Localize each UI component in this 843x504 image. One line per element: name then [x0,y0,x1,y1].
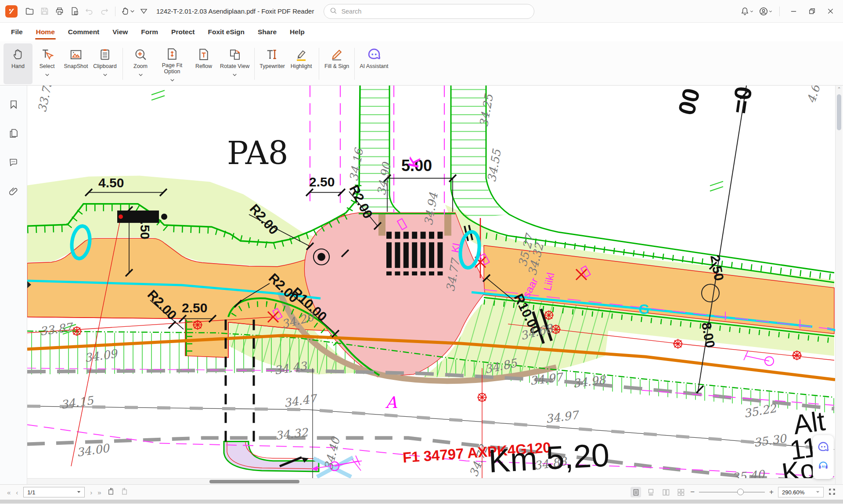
close-button[interactable] [823,5,838,18]
caret-down-icon [139,70,143,78]
drawing-label: PA8 [227,135,288,172]
page-indicator-select[interactable]: 1/1 [23,487,85,497]
ribbon-ai-assistant[interactable]: AI Assistant [358,43,390,84]
menu-share[interactable]: Share [251,23,283,41]
ribbon-typewriter[interactable]: Typewriter [258,43,287,84]
hand-mode-button[interactable] [120,5,135,18]
sidebar-bookmarks-button[interactable] [7,99,20,112]
sidebar-pages-button[interactable] [7,128,20,141]
ribbon-separator [354,48,355,80]
drawing-label: Km 5,20 [488,436,611,478]
caret-down-icon [750,10,753,13]
caret-down-icon [233,70,237,78]
previous-page-button[interactable]: ‹ [16,489,18,496]
ribbon-page-fit-option[interactable]: Page Fit Option [155,43,189,84]
search-input[interactable]: Search [324,4,534,19]
zoom-level-value: 290.60% [782,489,804,496]
notifications-button[interactable] [739,5,754,18]
scroll-up-arrow[interactable]: ⌃ [836,86,843,92]
ribbon-separator [122,48,123,80]
highlight-icon [295,46,308,62]
menu-form[interactable]: Form [134,23,165,41]
continuous-view-button[interactable] [645,487,656,497]
drawing-label: 4.50 [138,214,152,239]
undo-button[interactable] [83,5,96,18]
next-page-button[interactable]: › [90,489,92,496]
restore-button[interactable] [804,5,819,18]
print-button[interactable] [53,5,66,18]
comment-icon [8,157,19,169]
rotate-right-button[interactable] [120,487,129,497]
first-page-button[interactable]: « [7,489,11,496]
menu-protect[interactable]: Protect [165,23,201,41]
panel-expander-arrow[interactable] [27,281,31,288]
ai-chat-icon[interactable] [818,441,829,454]
account-button[interactable] [758,5,773,18]
caret-down-icon [170,75,174,83]
open-file-button[interactable] [23,5,36,18]
fill-sign-icon [330,46,343,62]
pages-icon [8,128,19,140]
collapse-toolbar-button[interactable] [137,5,150,18]
menu-foxit-esign[interactable]: Foxit eSign [201,23,251,41]
document-title: 1242-T-2.01-2.03 Asendiplaan.pdf - Foxit… [156,7,314,15]
save-file-button[interactable] [38,5,51,18]
ribbon-hand[interactable]: Hand [4,43,32,84]
foxit-logo-icon [5,5,18,18]
rotate-left-button[interactable] [107,487,115,497]
zoom-slider-knob[interactable] [737,489,744,495]
navigation-sidebar [0,86,27,484]
menu-file[interactable]: File [4,23,29,41]
document-canvas[interactable]: PA84.504.502.505.00R2.00R2.00R2.00R2.00R… [27,86,835,484]
last-page-button[interactable]: » [97,489,101,496]
ribbon-snapshot[interactable]: SnapShot [61,43,90,84]
zoom-level-select[interactable]: 290.60% [778,487,824,497]
window-bottom-strip [0,500,843,504]
ribbon-zoom[interactable]: Zoom [126,43,155,84]
facing-continuous-view-button[interactable] [675,487,686,497]
ribbon-highlight[interactable]: Highlight [287,43,316,84]
horizontal-scrollbar-thumb[interactable] [209,480,299,483]
ribbon-rotate-view[interactable]: Rotate View [218,43,251,84]
redo-button[interactable] [97,5,111,18]
quick-toolbar [23,5,150,18]
ribbon-reflow[interactable]: Reflow [189,43,218,84]
ribbon-toolbar: HandSelectSnapShotClipboardZoomPage Fit … [0,41,843,86]
clipboard-icon [98,46,112,62]
search-placeholder: Search [341,8,361,15]
caret-down-icon [103,70,107,78]
zoom-slider[interactable] [699,492,765,493]
app-window: 1242-T-2.01-2.03 Asendiplaan.pdf - Foxit… [0,0,843,504]
vertical-scrollbar[interactable]: ⌃ [835,86,843,484]
drawing-label: A [385,393,397,412]
drawing-label: 34.32 [274,425,309,442]
drawing-label: 2.50 [182,300,207,315]
ribbon-select[interactable]: Select [32,43,61,84]
page-indicator: 1/1 [27,489,35,496]
sidebar-comments-button[interactable] [7,157,20,170]
drawing-label: 34.97 [545,408,580,425]
fullscreen-button[interactable] [828,488,836,497]
caret-down-icon [816,491,820,493]
ribbon-fill-sign[interactable]: Fill & Sign [322,43,351,84]
menu-comment[interactable]: Comment [61,23,106,41]
divider [779,7,780,16]
ai-voice-icon[interactable]: AI [818,460,829,473]
caret-down-icon [769,10,772,13]
sidebar-attachments-button[interactable] [7,186,20,199]
menu-help[interactable]: Help [283,23,311,41]
minimize-button[interactable] [786,5,801,18]
horizontal-scrollbar[interactable] [27,478,835,484]
menu-view[interactable]: View [106,23,134,41]
zoom-out-button[interactable]: − [690,488,695,497]
facing-view-button[interactable] [660,487,671,497]
divider [115,7,115,16]
single-page-view-button[interactable] [630,487,641,497]
drawing-label: 34.15 [60,393,95,411]
zoom-in-button[interactable]: + [769,488,774,497]
menu-home[interactable]: Home [29,23,61,41]
hand-icon [11,46,25,62]
ribbon-clipboard[interactable]: Clipboard [90,43,119,84]
export-button[interactable] [68,5,81,18]
vertical-scrollbar-thumb[interactable] [837,94,841,130]
